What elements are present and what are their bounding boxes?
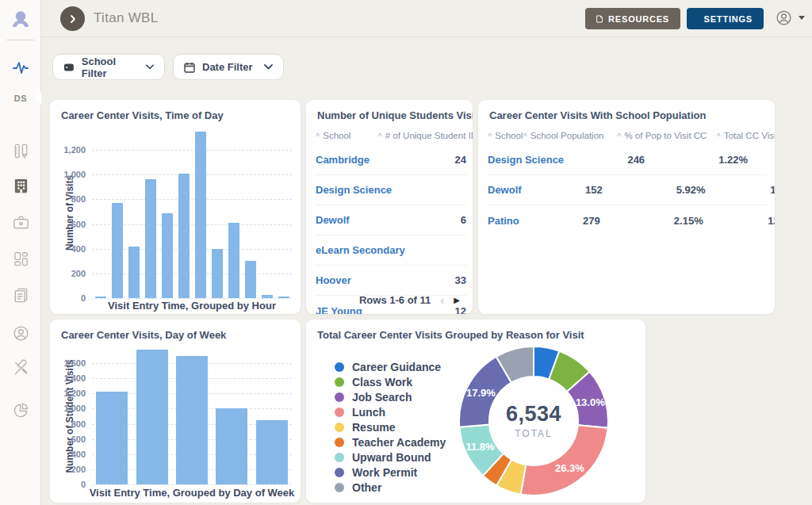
resources-button[interactable]: RESOURCES [585, 8, 680, 29]
legend-item-teacher-academy[interactable]: Teacher Academy [335, 434, 446, 450]
date-filter-label: Date Filter [202, 61, 253, 73]
legend-item-job-search[interactable]: Job Search [335, 389, 446, 404]
sidebar-item-curriculum[interactable] [0, 141, 41, 160]
bar[interactable] [136, 350, 168, 484]
legend-item-resume[interactable]: Resume [335, 419, 446, 434]
table-cell-value: 12 [703, 215, 776, 227]
sidebar-item-programs[interactable] [0, 249, 41, 268]
donut-chart: 13.0%26.3%11.8%17.9% [454, 342, 613, 500]
y-tick-label: 1,000 [51, 404, 86, 413]
bar[interactable] [178, 174, 190, 298]
bar[interactable] [256, 420, 288, 484]
x-axis-title: Visit Entry Time, Grouped by Day of Week [82, 487, 301, 499]
sidebar-item-contacts[interactable] [0, 323, 41, 342]
column-header-school[interactable]: School [323, 131, 350, 140]
sidebar-item-schools[interactable] [0, 176, 41, 195]
active-school-label: DS [14, 94, 27, 103]
sidebar: DS [0, 0, 41, 505]
sidebar-item-employers[interactable] [0, 212, 41, 231]
legend-dot [335, 392, 344, 402]
legend-item-work-permit[interactable]: Work Permit [335, 465, 446, 480]
bar[interactable] [262, 295, 273, 298]
table-row: Patino2792.15%12 [488, 205, 767, 235]
sort-asc-icon[interactable]: ^ [377, 132, 381, 140]
table-header-row: ^School^School Population^% of Pop to Vi… [488, 128, 767, 143]
school-filter-dropdown[interactable]: School Filter [52, 54, 165, 80]
legend-item-upward-bound[interactable]: Upward Bound [335, 450, 446, 465]
bar[interactable] [278, 296, 289, 298]
sidebar-item-reports[interactable] [0, 400, 41, 419]
avatar[interactable] [0, 6, 41, 32]
sort-asc-icon[interactable]: ^ [488, 132, 492, 140]
table-header-row: ^ School ^ # of Unique Student IDs [316, 128, 473, 143]
bar[interactable] [95, 296, 106, 298]
column-header[interactable]: School [495, 131, 523, 140]
legend-dot [335, 438, 344, 447]
school-link[interactable]: Cambridge [316, 154, 370, 166]
settings-button[interactable]: SETTINGS [687, 8, 764, 29]
account-icon [12, 324, 30, 342]
bar[interactable] [195, 132, 206, 298]
settings-button-label: SETTINGS [704, 14, 753, 24]
gridline [92, 199, 292, 200]
school-link[interactable]: JE Young [316, 305, 362, 316]
date-filter-dropdown[interactable]: Date Filter [173, 54, 284, 80]
legend-dot [335, 362, 344, 372]
sidebar-item-tools[interactable] [0, 358, 41, 377]
column-header[interactable]: School Population [530, 131, 604, 140]
school-link[interactable]: Design Science [316, 184, 392, 196]
legend-item-other[interactable]: Other [335, 480, 446, 495]
bar[interactable] [212, 249, 223, 298]
tag-icon [63, 63, 75, 72]
collapse-nav-button[interactable] [60, 6, 85, 31]
legend-dot [335, 407, 344, 417]
bar[interactable] [245, 261, 256, 298]
card-day-of-week: Career Center Visits, Day of Week Number… [49, 319, 301, 503]
donut-slice-lunch[interactable] [521, 425, 608, 495]
bar[interactable] [162, 213, 173, 299]
legend-label: Upward Bound [352, 451, 431, 464]
slice-percent-label: 26.3% [555, 462, 584, 474]
column-header[interactable]: % of Pop to Visit CC [624, 131, 707, 140]
bar[interactable] [145, 179, 156, 298]
legend-label: Career Guidance [352, 361, 441, 373]
column-header-unique-ids[interactable]: # of Unique Student IDs [385, 131, 473, 140]
sort-asc-icon[interactable]: ^ [316, 132, 320, 140]
gridline [92, 150, 292, 151]
school-link[interactable]: Design Science [488, 154, 564, 166]
sort-asc-icon[interactable]: ^ [617, 132, 621, 140]
sort-asc-icon[interactable]: ^ [523, 132, 527, 140]
school-link[interactable]: Dewolf [316, 214, 350, 226]
card-title: Career Center Visits With School Populat… [489, 109, 706, 121]
legend-item-lunch[interactable]: Lunch [335, 404, 446, 419]
legend-label: Resume [352, 421, 395, 434]
bar[interactable] [176, 356, 208, 484]
bar[interactable] [128, 247, 140, 298]
school-link[interactable]: Patino [488, 215, 519, 227]
school-link[interactable]: Hoover [316, 274, 351, 286]
pagination-prev-icon[interactable]: ‹ [440, 294, 444, 306]
table-row: Hoover33 [316, 266, 466, 296]
sort-asc-icon[interactable]: ^ [717, 132, 721, 140]
bar[interactable] [228, 223, 239, 298]
sidebar-item-activity[interactable] [0, 57, 41, 78]
legend-item-career-guidance[interactable]: Career Guidance [335, 359, 446, 374]
school-link[interactable]: eLearn Secondary [316, 244, 405, 256]
dashboard-screen: DS [0, 0, 812, 505]
legend-item-class-work[interactable]: Class Work [335, 374, 446, 389]
bar[interactable] [216, 408, 247, 484]
school-filter-label: School Filter [82, 55, 139, 79]
y-tick-label: 1,200 [51, 388, 86, 398]
bar[interactable] [112, 203, 123, 298]
unique-ids-value: 6 [461, 214, 466, 226]
sidebar-item-forms[interactable] [0, 285, 41, 304]
activity-pulse-icon [11, 58, 30, 77]
user-menu[interactable] [775, 9, 805, 27]
card-school-population: Career Center Visits With School Populat… [477, 99, 776, 315]
column-header[interactable]: Total CC Visits [724, 131, 776, 140]
y-tick-label: 800 [51, 194, 86, 204]
school-link[interactable]: Dewolf [488, 184, 522, 196]
bar[interactable] [96, 392, 128, 484]
legend-dot [335, 453, 344, 462]
pagination-next-icon[interactable]: ▶ [454, 296, 460, 304]
